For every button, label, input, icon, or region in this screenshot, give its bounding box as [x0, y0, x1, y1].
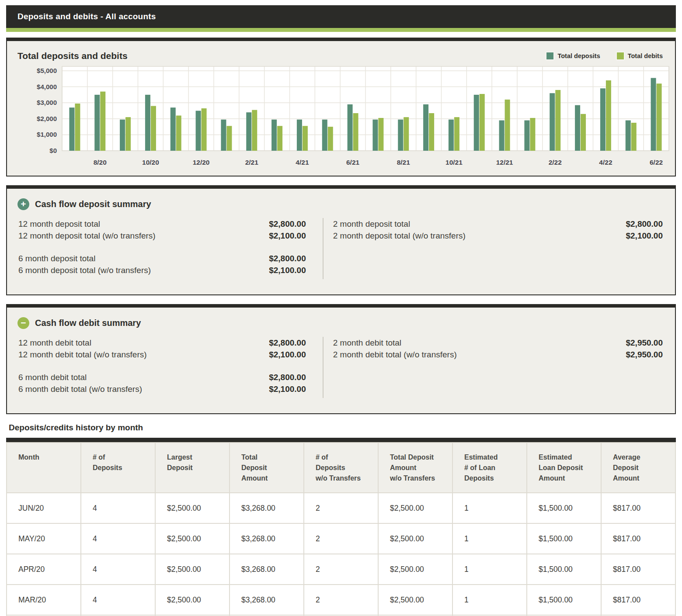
cell-est-loan-deposit-amount: $1,500.00 [527, 554, 601, 585]
col-header-total-deposit-wo-transfers: Total Deposit Amount w/o Transfers [378, 443, 452, 493]
summary-value: $2,100.00 [269, 264, 306, 276]
summary-row: 2 month debit total (w/o transfers) $2,9… [333, 349, 663, 360]
col-header-average-deposit-amount: Average Deposit Amount [601, 443, 675, 493]
cell-total-deposit-wo-transfers: $2,500.00 [378, 523, 452, 554]
cell-total-deposit-wo-transfers: $2,500.00 [378, 585, 452, 615]
col-header-largest-deposit: Largest Deposit [155, 443, 230, 493]
table-row: APR/20 4 $2,500.00 $3,268.00 2 $2,500.00… [7, 554, 675, 585]
cell-total-deposit: $3,268.00 [230, 554, 304, 585]
cell-est-num-loan-deposits: 1 [452, 585, 527, 615]
report-header-bar: Deposits and debits - All accounts [6, 5, 676, 28]
summary-row: 12 month debit total (w/o transfers) $2,… [18, 349, 306, 360]
cell-month: MAR/20 [7, 585, 81, 615]
cell-largest-deposit: $2,500.00 [155, 554, 230, 585]
cell-num-deposits: 4 [81, 554, 155, 585]
cell-est-loan-deposit-amount: $1,500.00 [527, 523, 601, 554]
summary-value: $2,100.00 [626, 230, 663, 242]
summary-label: 2 month deposit total (w/o transfers) [333, 230, 466, 242]
svg-text:12/20: 12/20 [193, 159, 210, 166]
summary-row: 2 month debit total $2,950.00 [333, 337, 663, 349]
summary-value: $2,800.00 [269, 253, 306, 264]
deposits-history-table: Month # of Deposits Largest Deposit Tota… [6, 442, 676, 616]
svg-text:$5,000: $5,000 [37, 67, 57, 74]
cell-month: MAY/20 [7, 523, 81, 554]
svg-text:10/21: 10/21 [445, 159, 463, 166]
cell-total-deposit-wo-transfers: $2,500.00 [378, 493, 452, 523]
history-table-container: Month # of Deposits Largest Deposit Tota… [6, 438, 676, 616]
table-row: MAR/20 4 $2,500.00 $3,268.00 2 $2,500.00… [7, 585, 675, 615]
summary-row: 2 month deposit total $2,800.00 [333, 218, 663, 230]
summary-value: $2,950.00 [626, 337, 663, 349]
svg-text:12/21: 12/21 [496, 159, 513, 166]
col-header-num-deposits: # of Deposits [81, 443, 155, 493]
cell-total-deposit: $3,268.00 [230, 493, 304, 523]
summary-row: 6 month debit total $2,800.00 [18, 371, 306, 383]
deposit-summary-title: Cash flow deposit summary [35, 199, 151, 209]
summary-value: $2,800.00 [269, 371, 306, 383]
page-title: Deposits and debits - All accounts [17, 12, 156, 21]
cell-average-deposit: $817.00 [601, 554, 675, 585]
svg-text:6/22: 6/22 [650, 159, 663, 166]
summary-value: $2,800.00 [626, 218, 663, 230]
cell-largest-deposit: $2,500.00 [155, 585, 230, 615]
cell-total-deposit-wo-transfers: $2,500.00 [378, 554, 452, 585]
plus-icon[interactable]: + [17, 198, 29, 210]
svg-text:2/21: 2/21 [245, 159, 259, 166]
cash-flow-deposit-summary-panel: + Cash flow deposit summary 12 month dep… [6, 185, 676, 295]
cell-est-loan-deposit-amount: $1,500.00 [527, 493, 601, 523]
summary-value: $2,100.00 [269, 349, 306, 360]
cell-est-loan-deposit-amount: $1,500.00 [527, 585, 601, 615]
cell-num-deposits-wo-transfers: 2 [304, 585, 378, 615]
cell-total-deposit: $3,268.00 [230, 585, 304, 615]
svg-text:4/22: 4/22 [599, 159, 612, 166]
cell-num-deposits: 4 [81, 585, 155, 615]
cell-num-deposits-wo-transfers: 2 [304, 523, 378, 554]
svg-text:10/20: 10/20 [142, 159, 159, 166]
cell-month: JUN/20 [7, 493, 81, 523]
legend-item-total-deposits[interactable]: Total deposits [546, 52, 600, 59]
cell-est-num-loan-deposits: 1 [452, 493, 527, 523]
legend-label: Total debits [628, 52, 663, 59]
minus-icon[interactable]: − [17, 317, 29, 329]
summary-value: $2,100.00 [269, 230, 306, 242]
svg-text:$1,000: $1,000 [37, 131, 57, 138]
history-table-heading: Deposits/credits history by month [9, 423, 676, 433]
summary-label: 6 month debit total (w/o transfers) [18, 383, 142, 395]
debits-swatch-icon [617, 52, 624, 59]
total-deposits-debits-panel: Total deposits and debits Total deposits… [6, 38, 676, 176]
deposits-debits-report: Deposits and debits - All accounts Total… [0, 5, 682, 616]
cell-average-deposit: $817.00 [601, 585, 675, 615]
cell-num-deposits-wo-transfers: 2 [304, 554, 378, 585]
table-row: JUN/20 4 $2,500.00 $3,268.00 2 $2,500.00… [7, 493, 675, 523]
summary-row: 12 month debit total $2,800.00 [18, 337, 306, 349]
legend-label: Total deposits [557, 52, 600, 59]
col-header-est-num-loan-deposits: Estimated # of Loan Deposits [452, 443, 527, 493]
cash-flow-debit-summary-panel: − Cash flow debit summary 12 month debit… [6, 304, 676, 414]
green-accent-strip [6, 28, 676, 32]
summary-value: $2,800.00 [269, 337, 306, 349]
summary-row: 6 month debit total (w/o transfers) $2,1… [18, 383, 306, 395]
summary-label: 2 month debit total [333, 337, 401, 349]
summary-row: 12 month deposit total $2,800.00 [18, 218, 306, 230]
cell-num-deposits: 4 [81, 523, 155, 554]
cell-largest-deposit: $2,500.00 [155, 523, 230, 554]
summary-label: 12 month debit total [18, 337, 91, 349]
chart-title: Total deposits and debits [17, 51, 128, 61]
svg-text:2/22: 2/22 [549, 159, 562, 166]
svg-text:8/20: 8/20 [94, 159, 107, 166]
cell-largest-deposit: $2,500.00 [155, 493, 230, 523]
col-header-month: Month [7, 443, 81, 493]
svg-text:$4,000: $4,000 [37, 83, 57, 90]
summary-row: 6 month deposit total (w/o transfers) $2… [18, 264, 306, 276]
summary-label: 12 month deposit total (w/o transfers) [18, 230, 156, 242]
summary-row: 12 month deposit total (w/o transfers) $… [18, 230, 306, 242]
cell-num-deposits: 4 [81, 493, 155, 523]
cell-total-deposit: $3,268.00 [230, 523, 304, 554]
summary-label: 6 month deposit total (w/o transfers) [18, 264, 151, 276]
col-header-est-loan-deposit-amount: Estimated Loan Deposit Amount [527, 443, 601, 493]
debit-summary-title: Cash flow debit summary [35, 318, 141, 328]
summary-row: 6 month deposit total $2,800.00 [18, 253, 306, 264]
legend-item-total-debits[interactable]: Total debits [617, 52, 663, 59]
svg-text:$0: $0 [49, 147, 57, 154]
summary-row: 2 month deposit total (w/o transfers) $2… [333, 230, 663, 242]
